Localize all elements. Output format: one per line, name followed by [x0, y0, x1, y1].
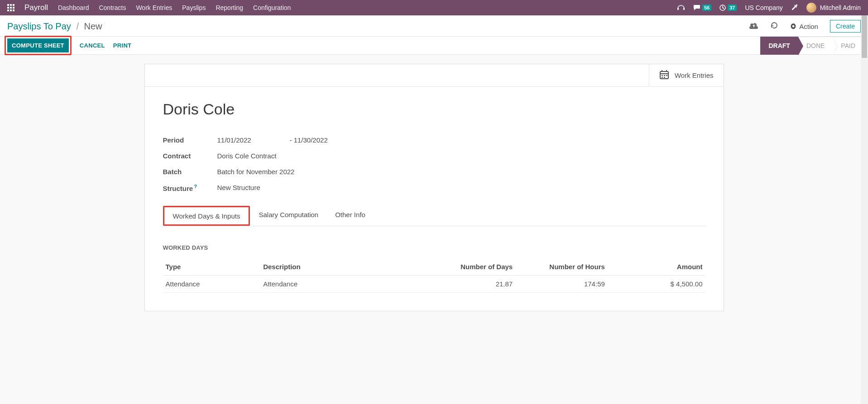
batch-label: Batch	[163, 168, 213, 176]
breadcrumb: Payslips To Pay / New	[7, 21, 102, 32]
contract-label: Contract	[163, 152, 213, 160]
employee-name: Doris Cole	[163, 100, 705, 118]
col-hours: Number of Hours	[515, 258, 608, 276]
nav-contracts[interactable]: Contracts	[99, 4, 126, 11]
nav-configuration[interactable]: Configuration	[253, 4, 291, 11]
cell-amount: $ 4,500.00	[608, 276, 705, 293]
svg-rect-8	[664, 75, 665, 76]
nav-reporting[interactable]: Reporting	[216, 4, 243, 11]
worked-days-title: WORKED DAYS	[163, 244, 705, 251]
batch-value: Batch for November 2022	[217, 168, 380, 176]
scrollbar-thumb[interactable]	[862, 15, 867, 58]
svg-rect-4	[662, 70, 662, 72]
cell-description: Attendance	[260, 276, 423, 293]
svg-rect-6	[660, 73, 668, 74]
cell-days: 21.87	[423, 276, 516, 293]
user-name: Mitchell Admin	[820, 4, 861, 11]
highlight-tab-worked-days: Worked Days & Inputs	[163, 206, 250, 226]
svg-rect-10	[662, 77, 663, 78]
messages-count: 56	[702, 5, 711, 11]
status-done[interactable]: DONE	[798, 37, 833, 55]
scrollbar[interactable]	[861, 15, 868, 320]
structure-value: New Structure	[217, 184, 380, 192]
work-entries-stat-button[interactable]: Work Entries	[649, 64, 724, 86]
action-dropdown[interactable]: Action	[790, 23, 818, 30]
calendar-icon	[659, 70, 669, 81]
period-end: - 11/30/2022	[290, 136, 380, 144]
nav-work-entries[interactable]: Work Entries	[136, 4, 172, 11]
col-description: Description	[260, 258, 423, 276]
tabs: Worked Days & Inputs Salary Computation …	[163, 206, 705, 226]
statusbar-row: COMPUTE SHEET CANCEL PRINT DRAFT DONE PA…	[0, 37, 868, 55]
structure-help-icon[interactable]: ?	[194, 184, 197, 189]
support-icon[interactable]	[677, 4, 685, 12]
print-button[interactable]: PRINT	[113, 42, 132, 49]
apps-icon[interactable]	[7, 4, 14, 11]
breadcrumb-parent[interactable]: Payslips To Pay	[7, 21, 71, 31]
nav-payslips[interactable]: Payslips	[182, 4, 206, 11]
col-amount: Amount	[608, 258, 705, 276]
tab-salary-computation[interactable]: Salary Computation	[250, 206, 327, 226]
cancel-button[interactable]: CANCEL	[80, 42, 105, 49]
period-start: 11/01/2022	[217, 136, 285, 144]
create-button[interactable]: Create	[830, 20, 861, 33]
nav-dashboard[interactable]: Dashboard	[58, 4, 89, 11]
app-name[interactable]: Payroll	[24, 3, 48, 12]
work-entries-label: Work Entries	[675, 71, 714, 79]
cell-hours: 174:59	[515, 276, 608, 293]
debug-icon[interactable]	[791, 4, 798, 12]
tab-worked-days[interactable]: Worked Days & Inputs	[164, 207, 249, 224]
messages-button[interactable]: 56	[693, 5, 711, 11]
breadcrumb-current: New	[84, 21, 102, 31]
avatar	[806, 3, 816, 13]
period-label: Period	[163, 136, 213, 144]
compute-sheet-button[interactable]: COMPUTE SHEET	[7, 38, 69, 52]
svg-rect-5	[666, 70, 667, 72]
svg-rect-1	[683, 8, 685, 10]
user-menu[interactable]: Mitchell Admin	[806, 3, 861, 13]
tab-other-info[interactable]: Other Info	[326, 206, 374, 226]
col-type: Type	[163, 258, 261, 276]
table-row[interactable]: Attendance Attendance 21.87 174:59 $ 4,5…	[163, 276, 705, 293]
svg-rect-0	[677, 8, 679, 10]
form-sheet: Work Entries Doris Cole Period 11/01/202…	[144, 64, 724, 311]
worked-days-table: Type Description Number of Days Number o…	[163, 258, 705, 293]
activity-button[interactable]: 37	[719, 5, 737, 11]
cloud-upload-icon[interactable]	[749, 22, 758, 31]
status-draft[interactable]: DRAFT	[760, 37, 798, 55]
breadcrumb-separator: /	[76, 21, 79, 31]
col-days: Number of Days	[423, 258, 516, 276]
structure-label: Structure?	[163, 184, 213, 192]
main-navbar: Payroll Dashboard Contracts Work Entries…	[0, 0, 868, 15]
svg-rect-9	[666, 75, 667, 76]
highlight-compute: COMPUTE SHEET	[5, 36, 72, 55]
svg-rect-7	[662, 75, 663, 76]
contract-value: Doris Cole Contract	[217, 152, 380, 160]
cell-type: Attendance	[163, 276, 261, 293]
undo-icon[interactable]	[770, 21, 778, 31]
company-switch[interactable]: US Company	[745, 4, 782, 11]
action-label: Action	[799, 23, 818, 30]
status-steps: DRAFT DONE PAID	[760, 37, 863, 55]
svg-rect-11	[664, 77, 665, 78]
control-panel: Payslips To Pay / New Action Create	[0, 15, 868, 37]
activity-count: 37	[728, 5, 737, 11]
